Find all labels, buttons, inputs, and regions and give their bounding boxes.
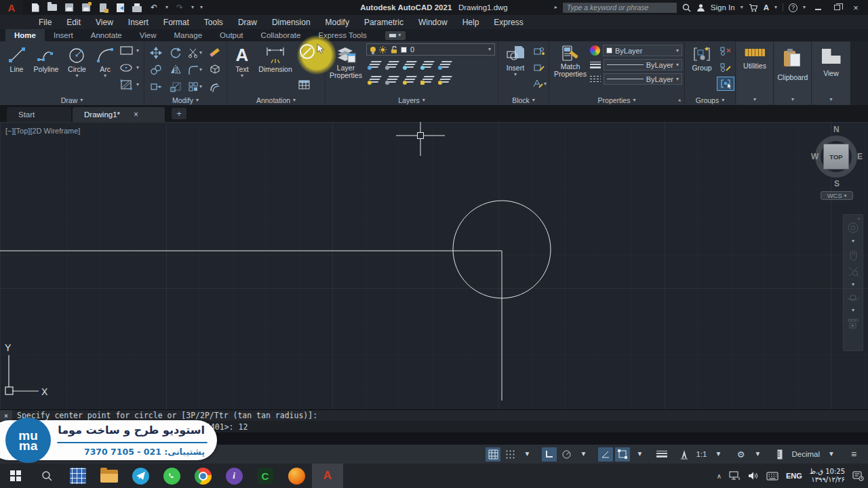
lineweight-dropdown[interactable]: ByLayer ▾ bbox=[604, 59, 682, 70]
help-icon[interactable]: ? bbox=[789, 3, 797, 12]
layer-dropdown-icon[interactable]: ▾ bbox=[488, 47, 491, 52]
command-close-icon[interactable]: × bbox=[0, 410, 12, 422]
navigation-bar[interactable]: × ▾ ▾ ▾ bbox=[843, 214, 863, 351]
annotation-monitor-icon[interactable] bbox=[772, 447, 787, 462]
start-button[interactable] bbox=[0, 464, 31, 488]
sign-in-button[interactable]: Sign In bbox=[711, 3, 735, 12]
copy-tool[interactable] bbox=[150, 64, 162, 76]
open-file-icon[interactable] bbox=[47, 2, 58, 13]
stretch-tool[interactable] bbox=[150, 81, 162, 92]
ribbon-tab-home[interactable]: Home bbox=[5, 29, 45, 41]
panel-draw-footer[interactable]: Draw▾ bbox=[0, 96, 144, 104]
help-dropdown-icon[interactable]: ▾ bbox=[803, 5, 806, 10]
undo-icon[interactable]: ↶ bbox=[149, 2, 159, 13]
autodesk-dropdown-icon[interactable]: ▾ bbox=[774, 5, 777, 10]
customize-qat-icon[interactable]: ▾ bbox=[200, 5, 203, 10]
scale-dropdown-icon[interactable]: ▾ bbox=[711, 447, 726, 462]
mirror-tool[interactable] bbox=[170, 64, 182, 75]
layer-unlock-tool[interactable] bbox=[419, 73, 436, 85]
viewcube-east[interactable]: E bbox=[857, 152, 863, 161]
taskbar-firefox[interactable] bbox=[281, 464, 312, 488]
ribbon-tab-insert[interactable]: Insert bbox=[45, 29, 82, 41]
annotation-visibility-toggle[interactable] bbox=[677, 447, 692, 462]
object-color-dropdown[interactable]: ByLayer ▾ bbox=[603, 45, 682, 56]
command-line-bar[interactable]: × Specify center point for circle or [3P… bbox=[0, 409, 868, 421]
fillet-tool[interactable]: ▾ bbox=[188, 64, 202, 75]
fillet-dropdown-icon[interactable]: ▾ bbox=[199, 67, 202, 73]
ribbon-tab-manage[interactable]: Manage bbox=[165, 29, 211, 41]
group-edit-button[interactable] bbox=[717, 61, 734, 74]
layer-freeze-tool[interactable] bbox=[401, 58, 418, 70]
hatch-button[interactable]: ▾ bbox=[119, 79, 139, 90]
taskbar-clock[interactable]: 10:25 ق.ظ ۱۳۹۹/۱۲/۲۶ bbox=[810, 468, 845, 485]
menu-item-view[interactable]: View bbox=[88, 18, 121, 27]
erase-tool[interactable] bbox=[210, 51, 220, 54]
create-block-button[interactable] bbox=[531, 45, 547, 58]
panel-properties-footer[interactable]: Properties▾ ▸ bbox=[549, 96, 684, 104]
open-from-web-icon[interactable] bbox=[115, 2, 125, 13]
circle-dropdown-icon[interactable]: ▾ bbox=[75, 73, 78, 79]
navbar-caret-icon[interactable]: ▾ bbox=[852, 239, 854, 244]
snap-mode-toggle[interactable] bbox=[502, 447, 517, 462]
viewport-controls[interactable]: [−][Top][2D Wireframe] bbox=[5, 127, 80, 135]
minimize-button[interactable] bbox=[811, 2, 825, 13]
text-button[interactable]: A Text ▾ bbox=[230, 43, 254, 94]
menu-item-window[interactable]: Window bbox=[411, 18, 455, 27]
edit-block-button[interactable] bbox=[531, 61, 547, 74]
ribbon-tab-output[interactable]: Output bbox=[211, 29, 252, 41]
search-icon[interactable] bbox=[682, 3, 691, 12]
viewcube-west[interactable]: W bbox=[811, 152, 818, 161]
layer-lock-tool[interactable] bbox=[419, 58, 436, 70]
menu-item-express[interactable]: Express bbox=[486, 18, 530, 27]
taskbar-purple-app[interactable]: i bbox=[218, 464, 250, 488]
drawing-canvas[interactable]: Y X [−][Top][2D Wireframe] N W TOP E S W… bbox=[0, 122, 868, 410]
ribbon-tab-view[interactable]: View bbox=[131, 29, 165, 41]
viewcube-top-face[interactable]: TOP bbox=[823, 144, 849, 169]
polar-dropdown-icon[interactable]: ▾ bbox=[576, 447, 591, 462]
close-button[interactable]: × bbox=[849, 2, 863, 13]
edit-attributes-button[interactable]: ▾ bbox=[531, 77, 547, 90]
text-dropdown-icon[interactable]: ▾ bbox=[241, 73, 243, 79]
search-expand-icon[interactable]: ▸ bbox=[555, 5, 557, 10]
navbar-close-icon[interactable]: × bbox=[857, 216, 861, 222]
taskbar-autocad-active[interactable]: A bbox=[312, 464, 343, 488]
layer-thaw-tool[interactable] bbox=[401, 73, 418, 85]
layer-select-dropdown[interactable]: 0 ▾ bbox=[366, 43, 495, 56]
arc-button[interactable]: Arc ▾ bbox=[92, 43, 118, 94]
layer-isolate-tool[interactable] bbox=[384, 58, 401, 70]
layer-unisolate-tool[interactable] bbox=[384, 73, 401, 85]
rectangle-button[interactable]: ▾ bbox=[119, 45, 139, 56]
file-tab-drawing1[interactable]: Drawing1* × bbox=[73, 107, 165, 122]
redo-dropdown-icon[interactable]: ▾ bbox=[191, 5, 194, 10]
units-dropdown-icon[interactable]: ▾ bbox=[824, 447, 839, 462]
polyline-button[interactable]: Polyline bbox=[31, 43, 62, 94]
panel-groups-footer[interactable]: Groups▾ bbox=[685, 96, 735, 104]
trim-dropdown-icon[interactable]: ▾ bbox=[199, 50, 202, 56]
taskbar-whatsapp[interactable] bbox=[156, 464, 187, 488]
save-icon[interactable] bbox=[64, 2, 75, 13]
menu-item-file[interactable]: File bbox=[31, 18, 59, 27]
menu-item-help[interactable]: Help bbox=[455, 18, 487, 27]
pan-icon[interactable] bbox=[848, 249, 859, 261]
explode-tool[interactable] bbox=[209, 64, 221, 76]
layer-on-tool[interactable] bbox=[366, 73, 383, 85]
panel-modify-footer[interactable]: Modify▾ bbox=[144, 96, 226, 104]
object-snap-tracking-toggle[interactable] bbox=[598, 447, 613, 462]
offset-tool[interactable] bbox=[209, 81, 221, 93]
orbit-icon[interactable] bbox=[847, 292, 859, 303]
workspace-switching-button[interactable]: ⚙ bbox=[733, 447, 748, 462]
navigation-wheel-icon[interactable] bbox=[847, 222, 859, 234]
close-tab-icon[interactable]: × bbox=[134, 110, 138, 119]
keyword-search-input[interactable]: Type a keyword or phrase bbox=[563, 3, 677, 13]
line-button[interactable]: Line bbox=[3, 43, 31, 94]
hatch-dropdown-icon[interactable]: ▾ bbox=[136, 82, 139, 87]
viewcube-north[interactable]: N bbox=[833, 125, 840, 134]
view-panel-button[interactable]: View ▾ bbox=[812, 42, 850, 104]
menu-item-modify[interactable]: Modify bbox=[318, 18, 357, 27]
layer-off-tool[interactable] bbox=[366, 58, 383, 70]
array-tool[interactable]: ▾ bbox=[188, 81, 202, 92]
network-icon[interactable] bbox=[729, 471, 741, 481]
panel-annotation-footer[interactable]: Annotation▾ bbox=[227, 96, 325, 104]
sign-in-dropdown-icon[interactable]: ▾ bbox=[741, 5, 743, 10]
circle-button[interactable]: Circle ▾ bbox=[62, 43, 92, 94]
